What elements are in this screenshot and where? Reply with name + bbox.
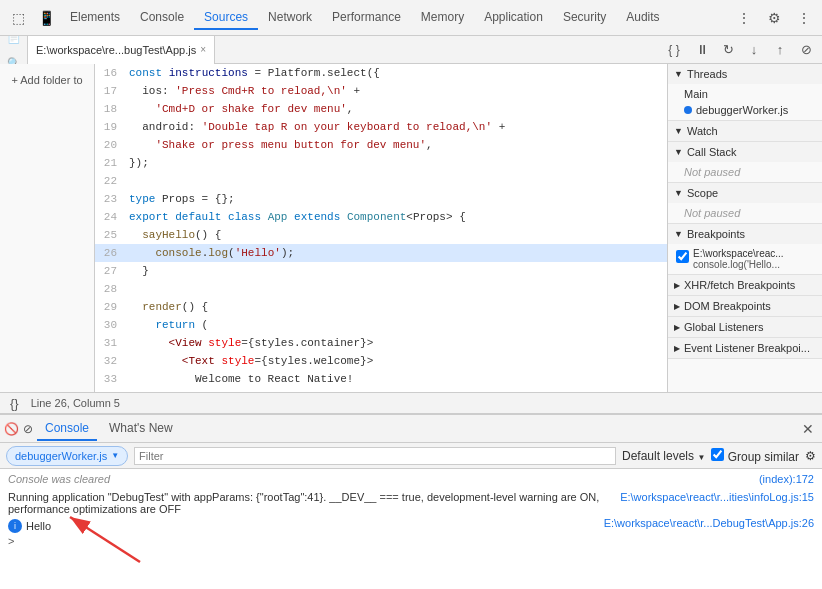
code-line-24: 24 export default class App extends Comp…: [95, 208, 667, 226]
more-tabs-icon[interactable]: ⋮: [730, 4, 758, 32]
dom-section: ▶ DOM Breakpoints: [668, 296, 822, 317]
console-toolbar: 🚫 ⊘ Console What's New ✕: [0, 415, 822, 443]
format-icon[interactable]: { }: [662, 38, 686, 62]
pause-btn[interactable]: ⏸: [690, 38, 714, 62]
close-bottom-panel[interactable]: ✕: [798, 421, 818, 437]
device-icon[interactable]: 📱: [32, 4, 60, 32]
brace-icon: {}: [10, 396, 19, 411]
code-line-32: 32 <Text style={styles.welcome}>: [95, 352, 667, 370]
scope-paused: Not paused: [668, 205, 822, 221]
global-header[interactable]: ▶ Global Listeners: [668, 317, 822, 337]
inspect-icon[interactable]: ⬚: [4, 4, 32, 32]
add-folder-btn[interactable]: + Add folder to: [11, 74, 82, 86]
tab-console-bottom[interactable]: Console: [37, 417, 97, 441]
code-line-17: 17 ios: 'Press Cmd+R to reload,\n' +: [95, 82, 667, 100]
code-editor[interactable]: 16 const instructions = Platform.select(…: [95, 64, 667, 392]
editor-right-icons: { } ⏸ ↻ ↓ ↑ ⊘: [658, 38, 822, 62]
console-running-line: Running application "DebugTest" with app…: [8, 491, 814, 515]
status-text: Line 26, Column 5: [31, 397, 120, 409]
filter-tag-debugger[interactable]: debuggerWorker.js ▼: [6, 446, 128, 466]
event-section: ▶ Event Listener Breakpoi...: [668, 338, 822, 359]
tab-security[interactable]: Security: [553, 6, 616, 30]
step-into-btn[interactable]: ↓: [742, 38, 766, 62]
scope-arrow: ▼: [674, 188, 683, 198]
status-bar: {} Line 26, Column 5: [0, 392, 822, 414]
console-hello-line: i Hello E:\workspace\react\r...DebugTest…: [8, 517, 814, 533]
breakpoint-checkbox[interactable]: [676, 250, 689, 263]
tab-application[interactable]: Application: [474, 6, 553, 30]
scope-section: ▼ Scope Not paused: [668, 183, 822, 224]
left-sidebar: + Add folder to: [0, 64, 95, 392]
watch-label: Watch: [687, 125, 718, 137]
console-prompt[interactable]: >: [8, 535, 814, 547]
more-tools: ⋮ ⚙ ⋮: [730, 4, 818, 32]
console-settings-icon[interactable]: ⚙: [805, 449, 816, 463]
console-running-text: Running application "DebugTest" with app…: [8, 491, 612, 515]
console-clear-icon[interactable]: 🚫: [4, 422, 19, 436]
console-cleared-location[interactable]: (index):172: [759, 473, 814, 489]
call-stack-header[interactable]: ▼ Call Stack: [668, 142, 822, 162]
step-over-btn[interactable]: ↻: [716, 38, 740, 62]
code-line-20: 20 'Shake or press menu button for dev m…: [95, 136, 667, 154]
watch-header[interactable]: ▼ Watch: [668, 121, 822, 141]
deactivate-btn[interactable]: ⊘: [794, 38, 818, 62]
file-tab-appjs[interactable]: E:\workspace\re...bugTest\App.js ×: [28, 36, 215, 64]
threads-header[interactable]: ▼ Threads: [668, 64, 822, 84]
code-line-34: 34 </Text>: [95, 388, 667, 392]
code-line-23: 23 type Props = {};: [95, 190, 667, 208]
code-line-16: 16 const instructions = Platform.select(…: [95, 64, 667, 82]
hello-location[interactable]: E:\workspace\react\r...DebugTest\App.js:…: [604, 517, 814, 533]
customize-icon[interactable]: ⋮: [790, 4, 818, 32]
xhr-header[interactable]: ▶ XHR/fetch Breakpoints: [668, 275, 822, 295]
code-line-30: 30 return (: [95, 316, 667, 334]
group-similar-check[interactable]: Group similar: [711, 448, 799, 464]
dom-label: DOM Breakpoints: [684, 300, 771, 312]
global-arrow: ▶: [674, 323, 680, 332]
event-header[interactable]: ▶ Event Listener Breakpoi...: [668, 338, 822, 358]
threads-arrow: ▼: [674, 69, 683, 79]
scope-header[interactable]: ▼ Scope: [668, 183, 822, 203]
console-filter-input[interactable]: [134, 447, 616, 465]
tab-network[interactable]: Network: [258, 6, 322, 30]
tab-elements[interactable]: Elements: [60, 6, 130, 30]
thread-debugger[interactable]: debuggerWorker.js: [668, 102, 822, 118]
code-line-22: 22: [95, 172, 667, 190]
main-tab-bar: Elements Console Sources Network Perform…: [60, 6, 730, 30]
tab-audits[interactable]: Audits: [616, 6, 669, 30]
nav-file-icon[interactable]: 📄: [2, 36, 26, 50]
level-select[interactable]: Default levels ▼: [622, 449, 705, 463]
console-cleared-text: Console was cleared: [8, 473, 110, 485]
tab-sources[interactable]: Sources: [194, 6, 258, 30]
breakpoints-header[interactable]: ▼ Breakpoints: [668, 224, 822, 244]
code-line-28: 28: [95, 280, 667, 298]
watch-arrow: ▼: [674, 126, 683, 136]
thread-main[interactable]: Main: [668, 86, 822, 102]
watch-section: ▼ Watch: [668, 121, 822, 142]
call-stack-label: Call Stack: [687, 146, 737, 158]
breakpoints-section: ▼ Breakpoints E:\workspace\reac... conso…: [668, 224, 822, 275]
console-running-location[interactable]: E:\workspace\react\r...ities\infoLog.js:…: [620, 491, 814, 515]
settings-icon[interactable]: ⚙: [760, 4, 788, 32]
group-similar-checkbox[interactable]: [711, 448, 724, 461]
step-out-btn[interactable]: ↑: [768, 38, 792, 62]
debug-controls: ⏸ ↻ ↓ ↑ ⊘: [690, 38, 818, 62]
bottom-panel: 🚫 ⊘ Console What's New ✕ debuggerWorker.…: [0, 414, 822, 589]
close-tab-icon[interactable]: ×: [200, 44, 206, 55]
console-filter-icon[interactable]: ⊘: [23, 422, 33, 436]
code-line-33: 33 Welcome to React Native!: [95, 370, 667, 388]
xhr-label: XHR/fetch Breakpoints: [684, 279, 795, 291]
call-stack-section: ▼ Call Stack Not paused: [668, 142, 822, 183]
level-arrow: ▼: [697, 453, 705, 462]
dom-header[interactable]: ▶ DOM Breakpoints: [668, 296, 822, 316]
tab-memory[interactable]: Memory: [411, 6, 474, 30]
tab-console[interactable]: Console: [130, 6, 194, 30]
tab-performance[interactable]: Performance: [322, 6, 411, 30]
hello-icon: i: [8, 519, 22, 533]
right-panel: ▼ Threads Main debuggerWorker.js ▼ Watch: [667, 64, 822, 392]
tab-whats-new[interactable]: What's New: [101, 417, 181, 441]
code-line-27: 27 }: [95, 262, 667, 280]
scope-label: Scope: [687, 187, 718, 199]
code-line-19: 19 android: 'Double tap R on your keyboa…: [95, 118, 667, 136]
scope-content: Not paused: [668, 203, 822, 223]
code-line-26: 26 console.log('Hello');: [95, 244, 667, 262]
